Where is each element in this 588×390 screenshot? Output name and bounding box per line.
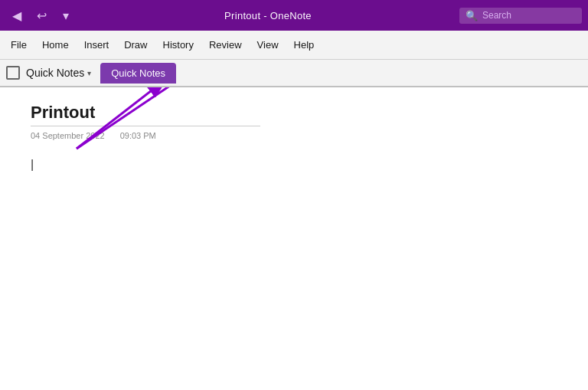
notebook-icon — [6, 66, 20, 80]
search-icon: 🔍 — [466, 10, 478, 21]
menu-insert[interactable]: Insert — [77, 34, 117, 55]
notebook-dropdown-icon: ▾ — [87, 69, 91, 77]
page-date: 04 September 2022 — [31, 131, 105, 140]
page-meta: 04 September 2022 09:03 PM — [31, 131, 557, 140]
menu-bar: File Home Insert Draw History Review Vie… — [0, 31, 588, 60]
page-title[interactable]: Printout — [31, 103, 557, 123]
title-bar-controls: ◀ ↩ ▾ — [6, 5, 77, 26]
content-area: Printout 04 September 2022 09:03 PM | — [0, 87, 588, 390]
menu-view[interactable]: View — [250, 34, 286, 55]
menu-history[interactable]: History — [155, 34, 201, 55]
menu-review[interactable]: Review — [201, 34, 250, 55]
page-tab-active[interactable]: Quick Notes — [100, 63, 176, 84]
notebook-selector[interactable]: Quick Notes ▾ — [26, 67, 91, 79]
text-cursor[interactable]: | — [31, 156, 557, 174]
menu-help[interactable]: Help — [286, 34, 322, 55]
window-title: Printout - OneNote — [81, 10, 455, 21]
menu-draw[interactable]: Draw — [116, 34, 155, 55]
title-bar: ◀ ↩ ▾ Printout - OneNote 🔍 — [0, 0, 588, 31]
notebook-bar: Quick Notes ▾ Quick Notes — [0, 60, 588, 87]
dropdown-icon: ▾ — [63, 8, 69, 23]
back-icon: ◀ — [12, 8, 21, 23]
quick-access-dropdown[interactable]: ▾ — [55, 5, 77, 26]
undo-icon: ↩ — [37, 8, 47, 23]
notebook-name-label: Quick Notes — [26, 67, 84, 79]
undo-button[interactable]: ↩ — [31, 5, 52, 26]
page-time: 09:03 PM — [120, 131, 156, 140]
search-input[interactable] — [482, 10, 576, 21]
menu-file[interactable]: File — [3, 34, 34, 55]
search-box[interactable]: 🔍 — [459, 8, 582, 24]
title-divider — [31, 126, 260, 126]
back-button[interactable]: ◀ — [6, 5, 28, 26]
menu-home[interactable]: Home — [34, 34, 77, 55]
